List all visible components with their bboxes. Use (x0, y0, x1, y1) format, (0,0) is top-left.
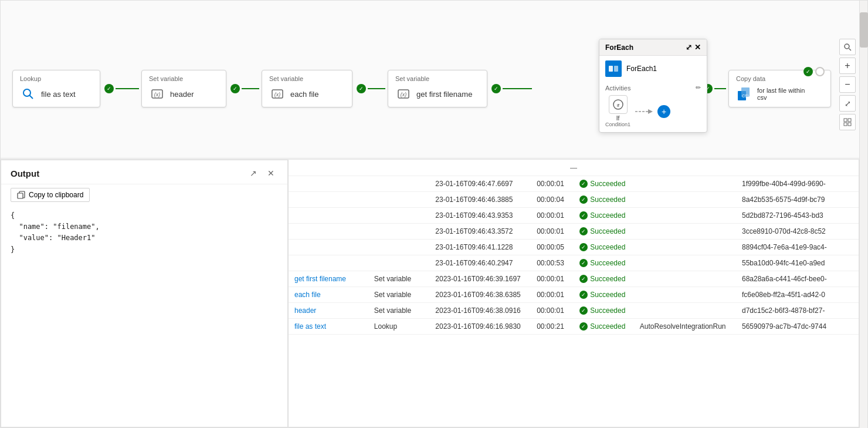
set-var-filename-node[interactable]: Set variable (x) get first filename (388, 70, 487, 107)
row-start: 23-01-16T09:46:47.6697 (429, 176, 531, 192)
set-var-eachfile-node[interactable]: Set variable (x) each file (262, 70, 352, 107)
svg-point-0 (23, 89, 30, 96)
set-var-filename-body: (x) get first filename (395, 86, 480, 102)
row-runid: 55ba10d0-94fc-41e0-a9ed (736, 255, 859, 271)
row-start: 23-01-16T09:46:43.3572 (429, 224, 531, 240)
row-start: 23-01-16T09:46:41.1228 (429, 240, 531, 255)
add-activity-btn[interactable]: + (657, 105, 670, 118)
row-type (368, 240, 429, 255)
connector-1: ✓ (103, 84, 139, 93)
row-status: ✓ Succeeded (574, 240, 633, 255)
row-runid: 56590979-ac7b-47dc-9744 (736, 319, 859, 335)
foreach-popup-title: ForEach (605, 43, 633, 52)
row-runid: 3cce8910-070d-42c8-8c52 (736, 224, 859, 240)
row-duration: 00:00:01 (531, 176, 574, 192)
svg-line-1 (30, 96, 33, 99)
row-start: 2023-01-16T09:46:16.9830 (429, 319, 531, 335)
row-start: 23-01-16T09:46:43.9353 (429, 208, 531, 224)
output-content: { "name": "filename", "value": "Header1"… (1, 205, 287, 260)
check-icon-3: ✓ (357, 84, 366, 93)
row-status: ✓ Succeeded (574, 303, 633, 319)
row-name: header (289, 303, 368, 319)
svg-rect-19 (844, 119, 847, 122)
check-icon-2: ✓ (230, 84, 240, 93)
row-integration (634, 208, 736, 224)
table-row[interactable]: file as textLookup2023-01-16T09:46:16.98… (289, 319, 859, 335)
output-line-3: "value": "Header1" (11, 232, 278, 244)
row-type (368, 208, 429, 224)
row-integration (634, 303, 736, 319)
set-var-header-body: (x) header (149, 86, 219, 102)
table-scroll[interactable]: 23-01-16T09:46:47.669700:00:01 ✓ Succeed… (289, 176, 859, 427)
table-row[interactable]: headerSet variable2023-01-16T09:46:38.09… (289, 303, 859, 319)
row-name: each file (289, 287, 368, 303)
lookup-type-label: Lookup (20, 75, 93, 82)
row-type: Set variable (368, 287, 429, 303)
row-integration (634, 192, 736, 208)
if-arrow (635, 107, 653, 116)
row-duration: 00:00:01 (531, 208, 574, 224)
check-icon-1: ✓ (104, 84, 114, 93)
set-var-eachfile-body: (x) each file (269, 86, 345, 102)
svg-rect-12 (614, 66, 618, 72)
scrollbar-thumb (860, 12, 868, 48)
row-type: Set variable (368, 271, 429, 287)
table-row[interactable]: each fileSet variable2023-01-16T09:46:38… (289, 287, 859, 303)
row-start: 2023-01-16T09:46:38.6385 (429, 287, 531, 303)
table-row[interactable]: 23-01-16T09:46:47.669700:00:01 ✓ Succeed… (289, 176, 859, 192)
set-var-header-type-label: Set variable (149, 75, 219, 82)
row-runid: 5d2bd872-7196-4543-bd3 (736, 208, 859, 224)
if-condition-node[interactable]: if If Condition1 (605, 95, 630, 127)
table-row[interactable]: 23-01-16T09:46:43.357200:00:01 ✓ Succeed… (289, 224, 859, 240)
table-row[interactable]: 23-01-16T09:46:46.388500:00:04 ✓ Succeed… (289, 192, 859, 208)
zoom-in-btn[interactable]: + (839, 58, 856, 74)
table-row[interactable]: 23-01-16T09:46:43.935300:00:01 ✓ Succeed… (289, 208, 859, 224)
foreach-expand-icon[interactable]: ⤢ (686, 43, 692, 52)
row-name (289, 224, 368, 240)
svg-text:CSV: CSV (742, 94, 751, 98)
foreach-node-icon (605, 60, 622, 77)
output-expand-btn[interactable]: ↗ (246, 166, 260, 180)
divider (1, 158, 859, 159)
collapse-icon: — (570, 164, 577, 172)
connector-4: ✓ (490, 84, 532, 93)
set-variable-icon-1: (x) (149, 86, 165, 102)
right-scrollbar[interactable] (859, 1, 867, 428)
right-toolbar: + − ⤢ (839, 39, 856, 130)
table-row[interactable]: 23-01-16T09:46:40.294700:00:53 ✓ Succeed… (289, 255, 859, 271)
copy-to-clipboard-btn[interactable]: Copy to clipboard (11, 188, 90, 202)
set-var-filename-type-label: Set variable (395, 75, 480, 82)
row-status: ✓ Succeeded (574, 255, 633, 271)
svg-text:if: if (617, 103, 620, 108)
lookup-node[interactable]: Lookup file as text (12, 70, 100, 107)
set-variable-icon-3: (x) (395, 86, 412, 102)
table-row[interactable]: get first filenameSet variable2023-01-16… (289, 271, 859, 287)
fit-view-btn[interactable]: ⤢ (839, 95, 856, 112)
row-name (289, 176, 368, 192)
search-toolbar-btn[interactable] (839, 39, 856, 55)
row-duration: 00:00:04 (531, 192, 574, 208)
foreach-close-icon[interactable]: ✕ (694, 43, 701, 52)
row-runid: 8894cf04-7e6a-41e9-9ac4- (736, 240, 859, 255)
grid-view-btn[interactable] (839, 114, 856, 130)
collapse-bar[interactable]: — (289, 160, 859, 176)
lookup-icon (20, 86, 36, 102)
row-status: ✓ Succeeded (574, 319, 633, 335)
svg-text:(x): (x) (401, 92, 407, 97)
row-type: Lookup (368, 319, 429, 335)
row-type (368, 255, 429, 271)
output-close-btn[interactable]: ✕ (264, 166, 278, 180)
table-row[interactable]: 23-01-16T09:46:41.122800:00:05 ✓ Succeed… (289, 240, 859, 255)
set-var-header-node[interactable]: Set variable (x) header (141, 70, 226, 107)
condition-label: Condition1 (605, 122, 630, 127)
row-start: 2023-01-16T09:46:38.0916 (429, 303, 531, 319)
row-integration (634, 176, 736, 192)
row-integration (634, 240, 736, 255)
foreach-edit-icon[interactable]: ✏ (696, 84, 701, 92)
svg-text:(x): (x) (154, 92, 161, 97)
row-integration (634, 255, 736, 271)
copy-data-node[interactable]: ✓ Copy data CSV for last file within csv (728, 70, 831, 107)
output-title: Output (11, 168, 39, 178)
connector-3: ✓ (355, 84, 385, 93)
zoom-out-btn[interactable]: − (839, 76, 856, 93)
